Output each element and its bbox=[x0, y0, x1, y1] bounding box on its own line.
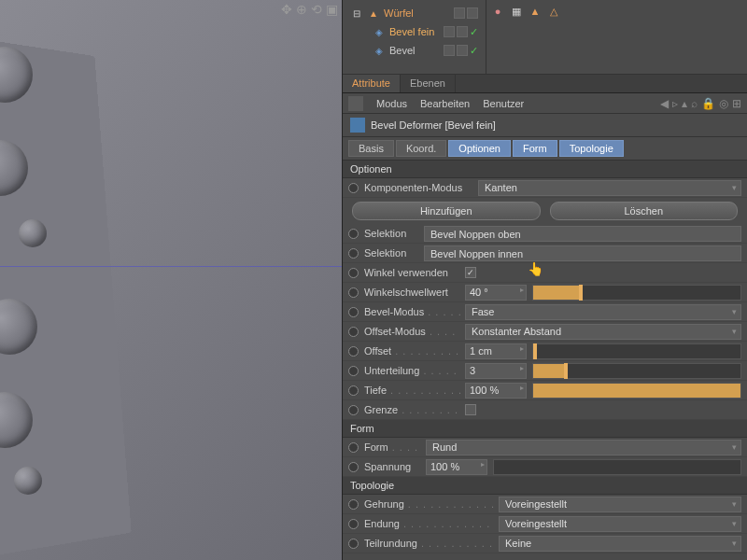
offset-modus-dropdown[interactable]: Konstanter Abstand bbox=[465, 324, 741, 340]
move-icon[interactable]: ✥ bbox=[281, 2, 292, 17]
anim-radio[interactable] bbox=[348, 405, 359, 415]
tab-ebenen[interactable]: Ebenen bbox=[401, 75, 456, 92]
visibility-toggles[interactable] bbox=[454, 7, 478, 19]
anim-radio[interactable] bbox=[348, 519, 359, 529]
menu-benutzer[interactable]: Benutzer bbox=[483, 98, 524, 109]
prop-label: Endung . . . . . . . . . . . . . . bbox=[364, 518, 495, 529]
winkel-checkbox[interactable] bbox=[465, 267, 476, 278]
prop-label: Form . . . . bbox=[364, 441, 422, 453]
warning-icon[interactable]: ▲ bbox=[528, 4, 543, 19]
panel-tabs: Attribute Ebenen bbox=[343, 75, 747, 93]
tree-row-bevel-fein[interactable]: ◈ Bevel fein ✓ bbox=[346, 22, 482, 41]
gehrung-dropdown[interactable]: Voreingestellt bbox=[499, 497, 741, 512]
warning-outline-icon[interactable]: △ bbox=[546, 4, 561, 19]
prop-label: Unterteilung . . . . . bbox=[364, 365, 461, 376]
menu-bearbeiten[interactable]: Bearbeiten bbox=[420, 98, 470, 109]
anim-radio[interactable] bbox=[348, 539, 359, 549]
tiefe-field[interactable]: 100 % bbox=[465, 383, 527, 399]
endung-dropdown[interactable]: Voreingestellt bbox=[499, 516, 741, 532]
form-dropdown[interactable]: Rund bbox=[426, 440, 741, 455]
target-icon[interactable]: ◎ bbox=[719, 97, 728, 110]
selektion-field-2[interactable]: Bevel Noppen innen bbox=[424, 245, 741, 261]
tab-attribute[interactable]: Attribute bbox=[343, 75, 401, 92]
anim-radio[interactable] bbox=[348, 229, 359, 239]
anim-radio[interactable] bbox=[348, 327, 359, 337]
offset-field[interactable]: 1 cm bbox=[465, 343, 527, 359]
selektion-field-1[interactable]: Bevel Noppen oben bbox=[424, 226, 741, 242]
subtab-basis[interactable]: Basis bbox=[348, 140, 394, 157]
nav-prev-icon[interactable]: ◀ bbox=[660, 97, 669, 110]
zoom-icon[interactable]: ⊕ bbox=[296, 2, 307, 17]
anim-radio[interactable] bbox=[348, 268, 359, 278]
prop-label: Komponenten-Modus bbox=[364, 182, 474, 193]
anim-radio[interactable] bbox=[348, 183, 359, 193]
tree-label: Würfel bbox=[384, 7, 414, 19]
winkelschwellwert-slider[interactable] bbox=[532, 285, 741, 301]
teilrundung-dropdown[interactable]: Keine bbox=[499, 536, 741, 552]
komponenten-dropdown[interactable]: Kanten bbox=[478, 180, 741, 196]
object-header: Bevel Deformer [Bevel fein] bbox=[343, 114, 747, 137]
bevel-deformer-icon bbox=[350, 118, 365, 133]
unterteilung-field[interactable]: 3 bbox=[465, 363, 527, 379]
spannung-slider[interactable] bbox=[493, 459, 741, 475]
grenze-checkbox[interactable] bbox=[465, 404, 476, 415]
viewport-3d[interactable]: ✥ ⊕ ⟲ ▣ bbox=[0, 0, 343, 560]
anim-radio[interactable] bbox=[348, 462, 359, 472]
nav-up-icon[interactable]: ▴ bbox=[682, 97, 687, 110]
menu-modus[interactable]: Modus bbox=[376, 98, 407, 109]
hierarchy-tree[interactable]: ⊟ ▲ Würfel ◈ Bevel fein ✓ ◈ Bevel bbox=[343, 0, 486, 74]
rotate-icon[interactable]: ⟲ bbox=[311, 2, 322, 17]
anim-radio[interactable] bbox=[348, 366, 359, 376]
subtab-topologie[interactable]: Topologie bbox=[559, 140, 624, 157]
row-selektion-2: Selektion Bevel Noppen innen bbox=[343, 244, 747, 263]
add-selection-button[interactable]: Hinzufügen bbox=[352, 202, 541, 220]
anim-radio[interactable] bbox=[348, 307, 359, 317]
visibility-toggles[interactable]: ✓ bbox=[444, 45, 478, 57]
anim-radio[interactable] bbox=[348, 346, 359, 357]
prop-label: Bevel-Modus . . . . . bbox=[364, 306, 461, 317]
check-icon[interactable]: ✓ bbox=[470, 45, 478, 57]
offset-slider[interactable] bbox=[532, 343, 741, 359]
search-icon[interactable]: ⌕ bbox=[691, 97, 698, 110]
tree-row-bevel[interactable]: ◈ Bevel ✓ bbox=[346, 41, 482, 60]
row-winkel-verwenden: Winkel verwenden bbox=[343, 263, 747, 283]
subtab-form[interactable]: Form bbox=[513, 140, 557, 157]
anim-radio[interactable] bbox=[348, 385, 359, 396]
anim-radio[interactable] bbox=[348, 499, 359, 510]
lock-icon[interactable]: 🔒 bbox=[701, 97, 715, 110]
anim-radio[interactable] bbox=[348, 287, 359, 298]
prop-label: Offset-Modus . . . . bbox=[364, 326, 461, 337]
maximize-icon[interactable]: ▣ bbox=[326, 2, 338, 17]
section-optionen: Optionen bbox=[343, 161, 747, 178]
anim-radio[interactable] bbox=[348, 442, 359, 453]
prop-label: Gehrung . . . . . . . . . . . . . bbox=[364, 498, 495, 510]
checker-icon[interactable]: ▦ bbox=[509, 4, 524, 19]
add-icon[interactable]: ⊞ bbox=[732, 97, 741, 110]
row-selektion-1: Selektion Bevel Noppen oben bbox=[343, 224, 747, 244]
object-hierarchy: ⊟ ▲ Würfel ◈ Bevel fein ✓ ◈ Bevel bbox=[343, 0, 747, 75]
mode-icon[interactable] bbox=[348, 96, 363, 111]
deformer-icon: ◈ bbox=[373, 44, 386, 57]
anim-radio[interactable] bbox=[348, 248, 359, 259]
delete-selection-button[interactable]: Löschen bbox=[550, 202, 739, 220]
subtab-koord[interactable]: Koord. bbox=[396, 140, 446, 157]
tree-row-root[interactable]: ⊟ ▲ Würfel bbox=[346, 4, 482, 22]
sphere-icon[interactable]: ● bbox=[490, 4, 505, 19]
visibility-toggles[interactable]: ✓ bbox=[444, 26, 478, 38]
nav-next-icon[interactable]: ▹ bbox=[672, 97, 678, 110]
prop-label: Winkel verwenden bbox=[364, 267, 461, 278]
prop-label: Winkelschwellwert bbox=[364, 287, 461, 298]
row-komponenten-modus: Komponenten-Modus Kanten bbox=[343, 178, 747, 198]
expand-icon[interactable]: ⊟ bbox=[350, 7, 363, 20]
right-panel: ⊟ ▲ Würfel ◈ Bevel fein ✓ ◈ Bevel bbox=[343, 0, 747, 560]
unterteilung-slider[interactable] bbox=[532, 363, 741, 379]
stud-small bbox=[19, 219, 47, 247]
subtab-optionen[interactable]: Optionen bbox=[448, 140, 511, 157]
winkelschwellwert-field[interactable]: 40 ° bbox=[465, 285, 527, 301]
attribute-menu: Modus Bearbeiten Benutzer ◀ ▹ ▴ ⌕ 🔒 ◎ ⊞ bbox=[343, 93, 747, 114]
tiefe-slider[interactable] bbox=[532, 383, 741, 399]
bevel-modus-dropdown[interactable]: Fase bbox=[465, 304, 741, 320]
spannung-field[interactable]: 100 % bbox=[426, 459, 487, 475]
object-name: Bevel Deformer [Bevel fein] bbox=[371, 119, 496, 131]
check-icon[interactable]: ✓ bbox=[470, 26, 478, 38]
